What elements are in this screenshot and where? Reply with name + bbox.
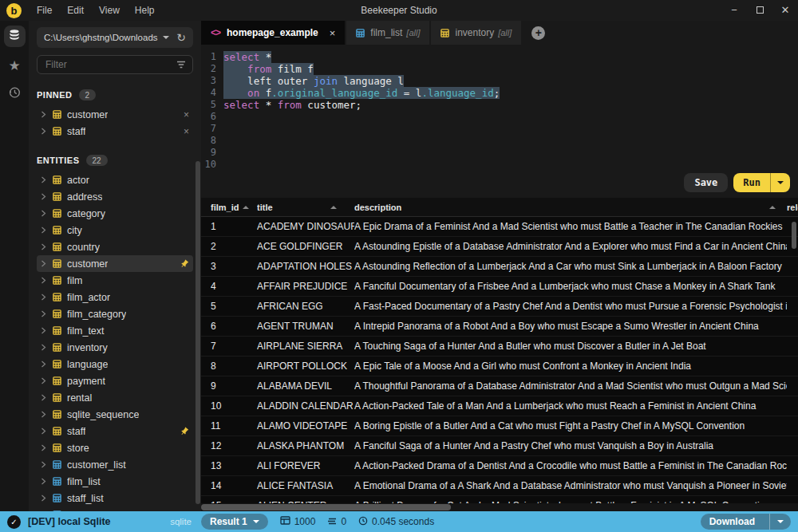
maximize-button[interactable]	[747, 0, 772, 21]
new-tab-button[interactable]: +	[531, 26, 545, 40]
table-row[interactable]: 14 ALICE FANTASIA A Emotional Drama of a…	[201, 476, 798, 496]
tab-inventory[interactable]: inventory [all]	[431, 21, 521, 45]
chevron-right-icon[interactable]	[41, 377, 53, 384]
entity-item-film_list[interactable]: film_list	[37, 473, 193, 490]
entity-item-customer[interactable]: customer	[37, 255, 193, 272]
entity-item-category[interactable]: category	[37, 205, 193, 222]
close-tab-icon[interactable]: ×	[330, 27, 336, 39]
entity-item-sqlite_sequence[interactable]: sqlite_sequence	[37, 406, 193, 423]
table-row[interactable]: 8 AIRPORT POLLOCK A Epic Tale of a Moose…	[201, 357, 798, 376]
table-row[interactable]: 7 AIRPLANE SIERRA A Touching Saga of a H…	[201, 337, 798, 357]
results-vertical-scrollbar[interactable]	[792, 222, 796, 249]
column-header-film-id[interactable]: film_id	[211, 203, 257, 212]
pinned-item-customer[interactable]: customer ×	[37, 106, 193, 123]
unpin-icon[interactable]: ×	[184, 126, 189, 137]
column-header-release-year[interactable]: release_year	[787, 203, 798, 212]
results-horizontal-scrollbar-thumb[interactable]	[201, 504, 451, 510]
chevron-right-icon[interactable]	[41, 344, 53, 351]
line-number: 8	[201, 135, 216, 147]
results-horizontal-scrollbar-track[interactable]	[201, 503, 798, 511]
entity-name: film_list	[67, 476, 101, 487]
pin-icon[interactable]	[180, 427, 189, 436]
table-row[interactable]: 3 ADAPTATION HOLES A Astounding Reflecti…	[201, 257, 798, 277]
menu-view[interactable]: View	[99, 5, 120, 16]
menu-help[interactable]: Help	[135, 5, 155, 16]
chevron-right-icon[interactable]	[41, 361, 53, 368]
entity-item-store[interactable]: store	[37, 439, 193, 456]
menu-file[interactable]: File	[37, 5, 52, 16]
results-table[interactable]: 1 ACADEMY DINOSAUR A Epic Drama of a Fem…	[201, 217, 798, 511]
minimize-button[interactable]: −	[721, 0, 747, 21]
chevron-right-icon[interactable]	[41, 227, 53, 234]
entity-item-staff[interactable]: staff	[37, 423, 193, 439]
run-options-button[interactable]	[770, 173, 790, 192]
chevron-right-icon[interactable]	[41, 111, 53, 118]
chevron-right-icon[interactable]	[41, 210, 53, 217]
table-row[interactable]: 13 ALI FOREVER A Action-Packed Drama of …	[201, 456, 798, 476]
table-row[interactable]: 1 ACADEMY DINOSAUR A Epic Drama of a Fem…	[201, 217, 798, 237]
table-row[interactable]: 12 ALASKA PHANTOM A Fanciful Saga of a H…	[201, 436, 798, 456]
entity-item-payment[interactable]: payment	[37, 372, 193, 389]
chevron-right-icon[interactable]	[41, 243, 53, 250]
entity-item-inventory[interactable]: inventory	[37, 339, 193, 356]
column-header-description[interactable]: description	[354, 203, 787, 212]
entity-item-address[interactable]: address	[37, 188, 193, 205]
table-row[interactable]: 10 ALADDIN CALENDAR A Action-Packed Tale…	[201, 396, 798, 416]
chevron-right-icon[interactable]	[41, 128, 53, 135]
chevron-right-icon[interactable]	[41, 411, 53, 418]
chevron-right-icon[interactable]	[41, 294, 53, 301]
unpin-icon[interactable]: ×	[184, 109, 189, 120]
column-header-title[interactable]: title	[257, 203, 354, 212]
table-row[interactable]: 11 ALAMO VIDEOTAPE A Boring Epistle of a…	[201, 416, 798, 436]
chevron-right-icon[interactable]	[41, 327, 53, 334]
chevron-right-icon[interactable]	[41, 394, 53, 401]
save-button[interactable]: Save	[684, 173, 728, 192]
entity-item-staff_list[interactable]: staff_list	[37, 490, 193, 506]
close-button[interactable]: ✕	[772, 0, 798, 21]
table-row[interactable]: 6 AGENT TRUMAN A Intrepid Panorama of a …	[201, 317, 798, 337]
download-options-button[interactable]	[769, 514, 791, 530]
entity-item-film_category[interactable]: film_category	[37, 305, 193, 322]
download-button[interactable]: Download	[701, 514, 764, 530]
filter-input[interactable]	[44, 58, 176, 71]
table-row[interactable]: 4 AFFAIR PREJUDICE A Fanciful Documentar…	[201, 277, 798, 297]
status-connection[interactable]: ✓ [DEV] local Sqlite sqlite	[0, 515, 201, 529]
result-selector[interactable]: Result 1	[201, 514, 268, 530]
entity-item-customer_list[interactable]: customer_list	[37, 456, 193, 473]
entity-item-rental[interactable]: rental	[37, 389, 193, 406]
entity-item-country[interactable]: country	[37, 238, 193, 255]
entity-item-film_text[interactable]: film_text	[37, 322, 193, 339]
chevron-right-icon[interactable]	[41, 461, 53, 468]
chevron-right-icon[interactable]	[41, 310, 53, 317]
run-button[interactable]: Run	[733, 173, 770, 192]
history-panel-button[interactable]	[7, 85, 22, 103]
chevron-right-icon[interactable]	[41, 193, 53, 200]
sidebar-scrollbar[interactable]	[196, 161, 200, 504]
chevron-right-icon[interactable]	[41, 478, 53, 485]
entity-item-actor[interactable]: actor	[37, 171, 193, 188]
entity-item-language[interactable]: language	[37, 356, 193, 372]
connection-selector[interactable]: C:\Users\ghstng\Downloads ↻	[37, 27, 193, 48]
pinned-item-staff[interactable]: staff ×	[37, 123, 193, 140]
entity-item-film[interactable]: film	[37, 272, 193, 289]
chevron-right-icon[interactable]	[41, 444, 53, 451]
chevron-right-icon[interactable]	[41, 495, 53, 502]
menu-edit[interactable]: Edit	[67, 5, 84, 16]
table-row[interactable]: 9 ALABAMA DEVIL A Thoughtful Panorama of…	[201, 376, 798, 396]
tables-panel-button[interactable]	[4, 26, 26, 47]
chevron-right-icon[interactable]	[41, 277, 53, 284]
sql-editor[interactable]: 12345678910 select * from film f left ou…	[201, 45, 798, 198]
favorites-panel-button[interactable]: ★	[8, 59, 20, 73]
refresh-icon[interactable]: ↻	[176, 32, 186, 43]
table-row[interactable]: 2 ACE GOLDFINGER A Astounding Epistle of…	[201, 237, 798, 257]
tab-film_list[interactable]: film_list [all]	[346, 21, 429, 45]
entity-item-city[interactable]: city	[37, 222, 193, 238]
filter-icon[interactable]	[176, 57, 186, 72]
chevron-right-icon[interactable]	[41, 428, 53, 435]
table-row[interactable]: 5 AFRICAN EGG A Fast-Paced Documentary o…	[201, 297, 798, 317]
tab-homepage_example[interactable]: <>homepage_example ×	[201, 21, 345, 45]
pin-icon[interactable]	[180, 259, 189, 269]
entity-item-film_actor[interactable]: film_actor	[37, 289, 193, 305]
chevron-right-icon[interactable]	[41, 176, 53, 183]
chevron-right-icon[interactable]	[41, 260, 53, 267]
